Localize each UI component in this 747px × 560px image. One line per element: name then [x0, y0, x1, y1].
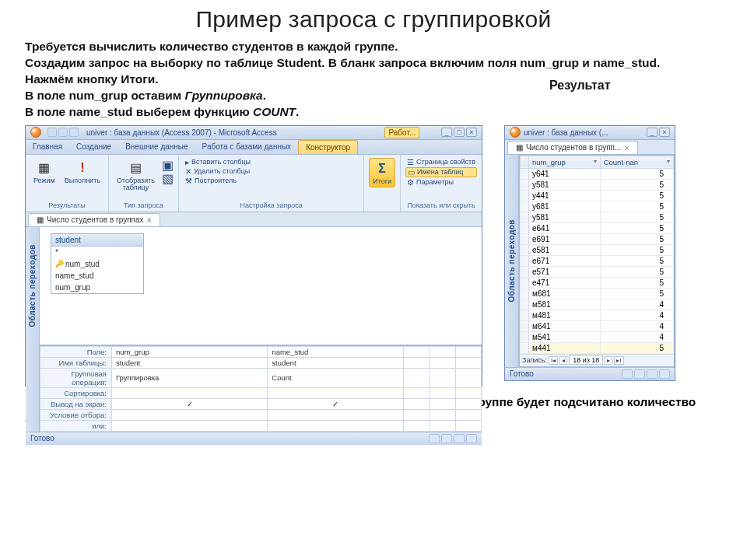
table-row[interactable]: м4415 — [521, 342, 674, 353]
table-row[interactable]: у5815 — [521, 179, 674, 190]
fieldlist-item[interactable]: 🔑num_stud — [51, 258, 143, 270]
delete-col-icon: ✕ — [185, 167, 191, 176]
table-row[interactable]: е6415 — [521, 222, 674, 233]
table-row[interactable]: у6415 — [521, 168, 674, 179]
close-icon: × — [659, 128, 670, 137]
table-row[interactable]: е6915 — [521, 233, 674, 244]
ribbon-tabs: Главная Создание Внешние данные Работа с… — [26, 140, 482, 155]
quick-access-toolbar[interactable] — [47, 128, 79, 137]
tab-external[interactable]: Внешние данные — [118, 140, 195, 154]
document-tab[interactable]: ▦ Число студентов в группах × — [28, 213, 160, 226]
table-fieldlist[interactable]: student * 🔑num_stud name_stud num_grup — [51, 233, 144, 294]
table-row[interactable]: е4715 — [521, 277, 674, 288]
exclaim-icon: ! — [74, 159, 91, 177]
table-row[interactable]: у4415 — [521, 190, 674, 201]
column-header[interactable]: num_grup▾ — [529, 156, 601, 168]
status-bar: Готово — [26, 432, 482, 445]
status-text: Готово — [30, 434, 54, 443]
tab-home[interactable]: Главная — [26, 140, 69, 154]
minimize-icon: _ — [647, 128, 658, 137]
document-tab-label: Число студентов в групп... — [526, 143, 621, 152]
dropdown-icon: ▾ — [594, 158, 597, 165]
query-icon[interactable]: ▧ — [161, 173, 174, 185]
record-position[interactable] — [569, 355, 603, 365]
office-orb-icon[interactable] — [510, 127, 521, 138]
group-label — [369, 201, 395, 210]
tablename-icon: ▭ — [408, 168, 415, 177]
next-record-icon[interactable]: ▸ — [605, 356, 612, 365]
result-window: univer : база данных (... _× ▦ Число сту… — [504, 125, 675, 381]
tab-dbtools[interactable]: Работа с базами данных — [195, 140, 299, 154]
table-row[interactable]: м5814 — [521, 299, 674, 310]
table-icon: ▤ — [128, 159, 145, 177]
ribbon-group-querytype: ▤Отобразить таблицу ▣ ▧ Тип запроса — [109, 155, 179, 212]
table-row[interactable]: е5815 — [521, 244, 674, 255]
query-icon[interactable]: ▣ — [161, 159, 174, 172]
window-controls[interactable]: _× — [647, 128, 670, 137]
delete-columns[interactable]: ✕Удалить столбцы — [184, 167, 252, 176]
table-row[interactable]: е6715 — [521, 255, 674, 266]
parameters[interactable]: ⚙Параметры — [405, 178, 477, 187]
title-bar: univer : база данных (Access 2007) - Mic… — [26, 126, 482, 140]
nav-pane-cont — [26, 345, 40, 432]
ribbon-group-setup: ▸Вставить столбцы ✕Удалить столбцы ⚒Пост… — [179, 155, 364, 212]
status-bar: Готово — [505, 367, 675, 380]
table-row[interactable]: м4814 — [521, 310, 674, 320]
view-button[interactable]: ▦Режим — [30, 158, 58, 186]
table-row[interactable]: у5815 — [521, 212, 674, 222]
builder[interactable]: ⚒Построитель — [184, 177, 252, 185]
insert-columns[interactable]: ▸Вставить столбцы — [184, 158, 252, 166]
table-row[interactable]: м6414 — [521, 320, 674, 331]
table-names[interactable]: ▭Имена таблиц — [405, 167, 477, 177]
ribbon-group-totals: ΣИтоги — [364, 155, 401, 212]
view-switcher[interactable] — [622, 369, 670, 379]
table-row[interactable]: у6815 — [521, 201, 674, 212]
first-record-icon[interactable]: I◂ — [549, 356, 558, 365]
column-header[interactable]: Count-nan▾ — [600, 156, 673, 168]
table-row[interactable]: м5414 — [521, 331, 674, 342]
run-button[interactable]: !Выполнить — [61, 158, 103, 186]
close-tab-icon[interactable]: × — [147, 215, 152, 225]
tab-create[interactable]: Создание — [69, 140, 118, 154]
tab-design[interactable]: Конструктор — [298, 140, 358, 154]
close-icon: × — [466, 128, 477, 137]
window-title: univer : база данных (Access 2007) - Mic… — [86, 128, 277, 137]
key-icon: 🔑 — [55, 260, 64, 268]
ribbon-group-results: ▦Режим !Выполнить Результаты — [26, 155, 109, 212]
contextual-tab-label: Работ... — [384, 127, 419, 138]
result-heading: Результат — [549, 79, 611, 93]
fieldlist-item[interactable]: name_stud — [51, 270, 143, 282]
nav-pane[interactable]: Область переходов — [26, 227, 40, 345]
table-row[interactable]: м6815 — [521, 288, 674, 299]
grid-icon: ▦ — [36, 159, 53, 177]
table-row[interactable]: е5715 — [521, 266, 674, 277]
group-label: Результаты — [30, 201, 103, 210]
result-title-bar: univer : база данных (... _× — [505, 126, 675, 140]
query-design-grid[interactable]: Поле:num_grupname_stud Имя таблицы:stude… — [40, 345, 482, 432]
status-text: Готово — [510, 369, 534, 378]
show-table-button[interactable]: ▤Отобразить таблицу — [114, 158, 158, 194]
view-switcher[interactable] — [429, 434, 477, 443]
query-canvas[interactable]: student * 🔑num_stud name_stud num_grup — [40, 227, 482, 345]
nav-pane[interactable]: Область переходов — [505, 155, 519, 367]
prev-record-icon[interactable]: ◂ — [559, 356, 567, 365]
params-icon: ⚙ — [407, 178, 414, 187]
window-controls[interactable]: _□× — [441, 128, 477, 137]
document-tab[interactable]: ▦ Число студентов в групп... × — [507, 141, 638, 154]
recnav-label: Запись: — [522, 356, 547, 364]
last-record-icon[interactable]: ▸I — [614, 356, 623, 365]
minimize-icon: _ — [441, 128, 452, 137]
totals-button[interactable]: ΣИтоги — [369, 158, 395, 187]
close-tab-icon[interactable]: × — [624, 143, 629, 152]
query-icon: ▦ — [37, 215, 44, 224]
group-label: Тип запроса — [114, 201, 174, 210]
result-datasheet[interactable]: num_grup▾ Count-nan▾ у6415у5815у4415у681… — [519, 155, 675, 367]
record-navigator[interactable]: Запись: I◂ ◂ ▸ ▸I — [520, 354, 674, 366]
group-label: Показать или скрыть — [405, 201, 477, 210]
fieldlist-item[interactable]: num_grup — [51, 282, 143, 293]
window-title: univer : база данных (... — [524, 128, 608, 137]
property-sheet[interactable]: ☰Страница свойств — [405, 158, 477, 166]
ribbon: ▦Режим !Выполнить Результаты ▤Отобразить… — [26, 155, 482, 212]
office-orb-icon[interactable] — [30, 127, 41, 138]
fieldlist-star[interactable]: * — [51, 247, 143, 258]
